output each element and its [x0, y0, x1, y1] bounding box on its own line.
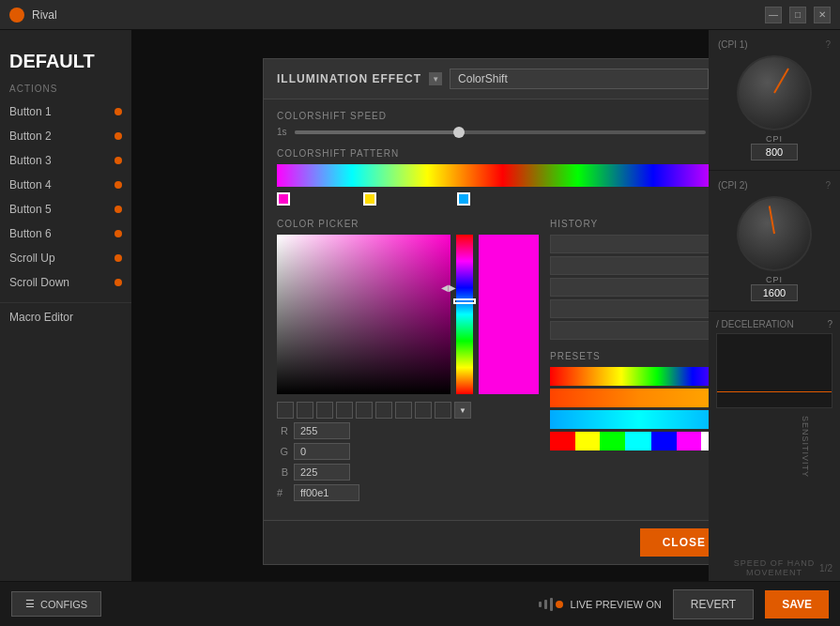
cpi2-needle — [769, 206, 775, 234]
modal-left: COLOR PICKER ◀▶ — [277, 219, 539, 509]
maximize-button[interactable]: □ — [789, 7, 806, 23]
history-slot-4[interactable] — [550, 299, 709, 318]
preset-multi[interactable] — [550, 432, 709, 450]
illumination-modal: ILLUMINATION EFFECT ▼ ✕ COLORSHIFT SPEED… — [263, 58, 709, 565]
r-label: R — [277, 425, 288, 436]
bottom-bar: ☰ CONFIGS LIVE PREVIEW ON REVERT SAVE — [0, 581, 840, 626]
hash-label: # — [277, 487, 288, 498]
window-close-button[interactable]: ✕ — [814, 7, 831, 23]
accel-line — [717, 391, 832, 392]
sidebar-item-button1[interactable]: Button 1 — [0, 99, 131, 124]
hue-thumb[interactable] — [453, 298, 476, 304]
cpi2-text: CPI — [766, 275, 783, 284]
speed-row: 1s 30s — [277, 127, 709, 137]
page-title: DEFAULT — [0, 39, 131, 80]
live-bar-1 — [539, 602, 542, 607]
cpi2-value: 1600 — [751, 284, 798, 301]
cpi1-dial[interactable] — [737, 55, 812, 130]
effect-dropdown-arrow[interactable]: ▼ — [429, 72, 442, 85]
cpi2-label: (CPI 2) ? — [718, 180, 831, 191]
speed-slider-fill — [295, 130, 459, 134]
save-button[interactable]: SAVE — [765, 590, 829, 618]
sidebar-dot-scrolldown — [115, 279, 122, 286]
sidebar-item-button2[interactable]: Button 2 — [0, 124, 131, 148]
history-slot-3[interactable] — [550, 278, 709, 297]
color-swatch-8[interactable] — [415, 402, 432, 419]
cpi1-label: (CPI 1) ? — [718, 39, 831, 50]
pattern-marker-blue[interactable] — [457, 192, 470, 206]
sidebar-dot-button1 — [115, 108, 122, 115]
hex-input[interactable] — [294, 484, 359, 501]
colorshift-speed-label: COLORSHIFT SPEED — [277, 111, 709, 121]
color-swatch-4[interactable] — [336, 402, 353, 419]
cpi2-dial-wrapper: CPI 1600 — [718, 196, 831, 301]
cpi1-question[interactable]: ? — [825, 39, 831, 50]
color-swatch-5[interactable] — [356, 402, 373, 419]
rgb-r-row: R — [277, 422, 539, 439]
color-picker-area: ◀▶ — [277, 235, 539, 394]
sidebar-item-macro-editor[interactable]: Macro Editor — [0, 302, 131, 329]
effect-select[interactable] — [450, 69, 709, 89]
preset-blue[interactable] — [550, 410, 709, 429]
color-swatch-7[interactable] — [395, 402, 412, 419]
pattern-marker-yellow[interactable] — [363, 192, 376, 206]
title-bar-title: Rival — [32, 8, 57, 22]
pattern-gradient[interactable] — [277, 164, 709, 187]
sidebar-item-button4[interactable]: Button 4 — [0, 173, 131, 197]
rgb-b-row: B — [277, 464, 539, 481]
history-slot-5[interactable] — [550, 321, 709, 340]
live-preview-label: LIVE PREVIEW ON — [571, 599, 662, 610]
app-icon — [9, 8, 24, 23]
modal-overlay: ILLUMINATION EFFECT ▼ ✕ COLORSHIFT SPEED… — [131, 30, 709, 581]
color-swatch-9[interactable] — [435, 402, 451, 419]
sidebar-dot-scrollup — [115, 254, 122, 262]
title-bar-controls: — □ ✕ — [765, 7, 831, 23]
sidebar-section-label: ACTIONS — [0, 80, 131, 99]
modal-body: COLORSHIFT SPEED 1s 30s COLORSHIFT PATTE… — [264, 99, 709, 520]
speed-min-label: 1s — [277, 127, 287, 137]
sidebar-item-button3[interactable]: Button 3 — [0, 148, 131, 173]
close-button[interactable]: CLOSE — [640, 528, 709, 557]
modal-footer: CLOSE — [264, 520, 709, 564]
cpi2-section: (CPI 2) ? CPI 1600 — [709, 171, 840, 312]
cpi2-dial[interactable] — [737, 196, 812, 271]
rgb-g-row: G — [277, 443, 539, 460]
speed-of-hand-label: SPEED OF HAND MOVEMENT — [709, 558, 840, 577]
sidebar-item-scroll-down[interactable]: Scroll Down — [0, 270, 131, 295]
revert-button[interactable]: REVERT — [673, 589, 754, 619]
sidebar-item-button6[interactable]: Button 6 — [0, 221, 131, 246]
sidebar-item-button5[interactable]: Button 5 — [0, 197, 131, 221]
color-gradient-box[interactable]: ◀▶ — [277, 235, 451, 394]
history-label: HISTORY — [550, 219, 709, 229]
color-swatch-6[interactable] — [375, 402, 392, 419]
cpi1-value: 800 — [751, 144, 798, 160]
r-input[interactable] — [294, 422, 350, 439]
color-hue-bar[interactable] — [456, 235, 473, 394]
color-swatch-3[interactable] — [316, 402, 333, 419]
g-label: G — [277, 446, 288, 457]
speed-slider[interactable] — [295, 130, 706, 134]
pattern-marker-pink[interactable] — [277, 192, 290, 206]
preset-rainbow[interactable] — [550, 367, 709, 386]
history-section: HISTORY — [550, 219, 709, 340]
history-slot-1[interactable] — [550, 235, 709, 253]
live-bar-3 — [550, 598, 553, 611]
live-bar-2 — [544, 600, 547, 609]
b-input[interactable] — [294, 464, 350, 481]
live-preview: LIVE PREVIEW ON — [539, 598, 662, 611]
swatch-dropdown[interactable]: ▼ — [454, 402, 471, 419]
configs-button[interactable]: ☰ CONFIGS — [11, 591, 101, 617]
history-slot-2[interactable] — [550, 256, 709, 275]
color-swatch-1[interactable] — [277, 402, 294, 419]
g-input[interactable] — [294, 443, 350, 460]
sidebar-item-scroll-up[interactable]: Scroll Up — [0, 246, 131, 270]
pattern-markers — [277, 192, 709, 207]
color-picker-section: COLOR PICKER ◀▶ — [277, 219, 539, 501]
speed-slider-thumb[interactable] — [453, 127, 465, 138]
cpi2-question[interactable]: ? — [825, 180, 831, 191]
preset-orange[interactable] — [550, 389, 709, 407]
minimize-button[interactable]: — — [765, 7, 782, 23]
main-layout: DEFAULT ACTIONS Button 1 Button 2 Button… — [0, 30, 840, 581]
b-label: B — [277, 466, 288, 478]
color-swatch-2[interactable] — [297, 402, 313, 419]
